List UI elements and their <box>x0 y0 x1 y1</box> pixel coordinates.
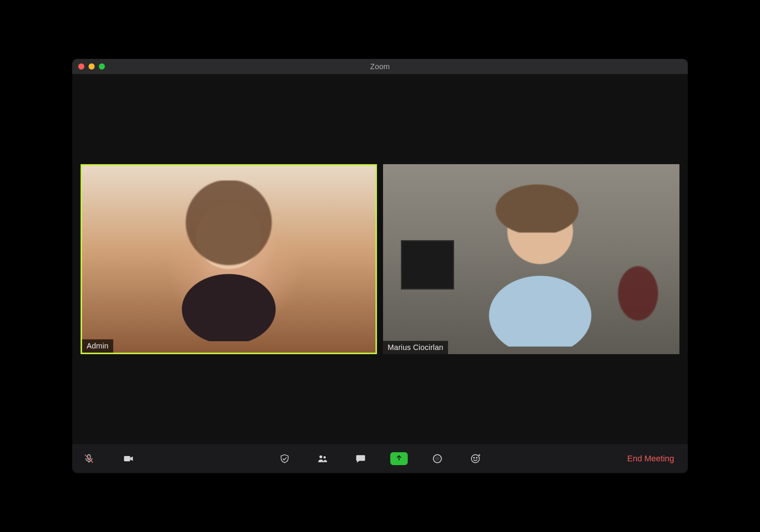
share-screen-button[interactable] <box>390 452 408 465</box>
participants-button[interactable] <box>314 450 331 467</box>
record-icon <box>432 453 443 464</box>
video-feed <box>82 166 375 353</box>
share-screen-icon <box>395 454 403 463</box>
zoom-window: Zoom Admin Marius Ciocirlan <box>72 59 688 473</box>
zoom-window-button[interactable] <box>99 63 105 70</box>
svg-point-4 <box>323 456 326 458</box>
reactions-button[interactable] <box>467 450 484 467</box>
svg-point-6 <box>435 457 440 461</box>
participants-icon <box>317 453 328 464</box>
participant-tile-admin[interactable]: Admin <box>81 164 377 354</box>
reactions-icon <box>470 453 481 464</box>
record-button[interactable] <box>429 450 446 467</box>
window-title: Zoom <box>72 62 688 71</box>
end-meeting-button[interactable]: End Meeting <box>622 451 679 467</box>
titlebar[interactable]: Zoom <box>72 59 688 74</box>
video-icon <box>123 453 134 464</box>
window-controls <box>72 63 105 70</box>
participant-name-label: Marius Ciocirlan <box>383 341 448 354</box>
participant-name-label: Admin <box>82 339 113 353</box>
video-button[interactable] <box>120 450 137 467</box>
svg-point-8 <box>473 458 474 458</box>
security-button[interactable] <box>276 450 293 467</box>
mute-button[interactable] <box>81 450 97 467</box>
close-window-button[interactable] <box>78 63 84 70</box>
participant-tile-marius[interactable]: Marius Ciocirlan <box>383 164 679 354</box>
chat-button[interactable] <box>352 450 369 467</box>
svg-rect-2 <box>124 456 130 461</box>
svg-point-3 <box>320 456 322 458</box>
microphone-muted-icon <box>84 453 94 464</box>
minimize-window-button[interactable] <box>89 63 95 70</box>
chat-icon <box>355 453 366 464</box>
svg-point-9 <box>476 458 477 458</box>
svg-point-7 <box>472 455 480 463</box>
meeting-toolbar: End Meeting <box>72 444 688 473</box>
video-feed <box>383 164 679 354</box>
video-grid: Admin Marius Ciocirlan <box>72 74 688 444</box>
shield-icon <box>279 453 290 464</box>
